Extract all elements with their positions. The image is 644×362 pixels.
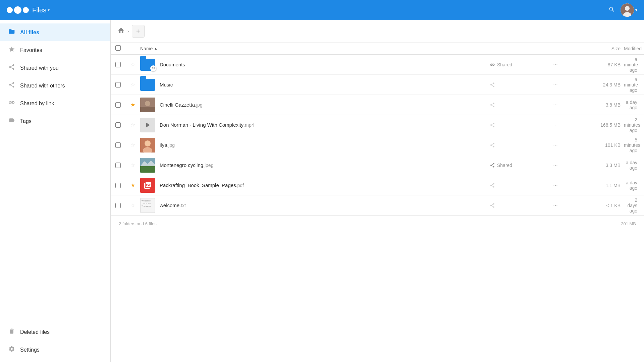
row-checkbox[interactable] xyxy=(115,142,121,148)
table-row[interactable]: ☆ Music ··· 24.3 MB a minute ago xyxy=(111,75,644,95)
row-star[interactable]: ☆ xyxy=(125,81,140,88)
table-row[interactable]: ☆ ilya.jpg ··· 101 KB 5 minutes ago xyxy=(111,135,644,155)
total-size-label: 201 MB xyxy=(621,221,636,226)
sidebar-item-tags[interactable]: Tags xyxy=(0,112,110,130)
more-actions-button[interactable]: ··· xyxy=(550,59,561,70)
table-row[interactable]: ☆ Documents Shared xyxy=(111,55,644,75)
svg-rect-10 xyxy=(140,166,155,173)
sidebar-item-shared-with-others[interactable]: Shared with others xyxy=(0,77,110,95)
file-name: Packrafting_Book_Sample_Pages.pdf xyxy=(160,182,244,188)
file-size: 1.1 MB xyxy=(577,183,624,188)
row-checkbox[interactable] xyxy=(115,82,121,87)
file-shared-status xyxy=(490,142,550,148)
row-star[interactable]: ☆ xyxy=(125,202,140,208)
table-row[interactable]: ★ Packrafting_Book_Sample_Pages.pdf ··· … xyxy=(111,175,644,195)
file-thumbnail xyxy=(140,57,155,72)
avatar xyxy=(621,3,634,17)
row-star[interactable]: ☆ xyxy=(125,61,140,68)
sidebar-item-favorites-label: Favorites xyxy=(20,47,42,53)
select-all-checkbox[interactable] xyxy=(115,45,121,51)
tag-icon xyxy=(8,117,15,125)
more-actions-button[interactable]: ··· xyxy=(550,79,561,90)
file-modified: a day ago xyxy=(624,100,644,110)
sidebar: All files Favorites Shared with you Shar… xyxy=(0,20,111,362)
file-modified: 2 minutes ago xyxy=(624,117,644,133)
sidebar-item-shared-with-you[interactable]: Shared with you xyxy=(0,59,110,77)
file-size: 3.3 MB xyxy=(577,163,624,168)
file-size: 101 KB xyxy=(577,142,624,148)
main-layout: All files Favorites Shared with you Shar… xyxy=(0,20,644,362)
more-actions-button[interactable]: ··· xyxy=(550,100,561,110)
row-star[interactable]: ☆ xyxy=(125,122,140,128)
row-checkbox-col xyxy=(111,142,125,148)
more-actions-button[interactable]: ··· xyxy=(550,180,561,191)
file-shared-status xyxy=(490,122,550,128)
home-breadcrumb[interactable] xyxy=(117,27,125,36)
topnav-right: ▾ xyxy=(608,3,637,17)
file-actions: ··· xyxy=(550,100,577,110)
sidebar-item-settings[interactable]: Settings xyxy=(0,341,110,359)
breadcrumb-chevron-icon: › xyxy=(127,28,129,34)
trash-icon xyxy=(8,328,15,336)
row-star[interactable]: ☆ xyxy=(125,162,140,168)
file-list: Name ▲ Size Modified ☆ xyxy=(111,43,644,362)
file-modified: a day ago xyxy=(624,160,644,171)
header-name-label: Name xyxy=(140,46,153,51)
shared-with-you-icon xyxy=(8,64,15,72)
table-row[interactable]: ☆ Montenegro cycling.jpeg Shared ··· 3.3… xyxy=(111,155,644,175)
add-new-button[interactable]: + xyxy=(132,25,145,38)
more-actions-button[interactable]: ··· xyxy=(550,160,561,171)
file-modified: a day ago xyxy=(624,180,644,191)
file-actions: ··· xyxy=(550,180,577,191)
row-star[interactable]: ★ xyxy=(125,182,140,188)
row-checkbox[interactable] xyxy=(115,163,121,168)
file-modified: a minute ago xyxy=(624,77,644,93)
shared-with-others-icon xyxy=(8,81,15,90)
row-checkbox[interactable] xyxy=(115,62,121,67)
app-name[interactable]: Files ▾ xyxy=(32,6,50,14)
search-button[interactable] xyxy=(608,6,615,14)
main-content: › + Name ▲ Size Modified xyxy=(111,20,644,362)
sidebar-item-favorites[interactable]: Favorites xyxy=(0,41,110,59)
file-thumbnail: Welcome tThis is justThe packa xyxy=(140,198,155,213)
more-actions-button[interactable]: ··· xyxy=(550,140,561,150)
link-icon xyxy=(8,99,15,108)
row-star[interactable]: ☆ xyxy=(125,142,140,148)
user-avatar-button[interactable]: ▾ xyxy=(621,3,637,17)
row-checkbox-col xyxy=(111,163,125,168)
sidebar-item-deleted-files[interactable]: Deleted files xyxy=(0,323,110,341)
app-logo[interactable]: Files ▾ xyxy=(7,6,50,14)
file-name-cell: ilya.jpg xyxy=(140,138,490,153)
gear-icon xyxy=(8,346,15,354)
sort-arrow-icon: ▲ xyxy=(154,47,157,50)
table-row[interactable]: ☆ Welcome tThis is justThe packa welcome… xyxy=(111,195,644,216)
file-actions: ··· xyxy=(550,59,577,70)
row-checkbox[interactable] xyxy=(115,203,121,208)
top-navigation: Files ▾ ▾ xyxy=(0,0,644,20)
file-actions: ··· xyxy=(550,140,577,150)
file-size: 168.5 MB xyxy=(577,122,624,128)
more-actions-button[interactable]: ··· xyxy=(550,120,561,130)
row-checkbox[interactable] xyxy=(115,102,121,108)
row-checkbox[interactable] xyxy=(115,183,121,188)
logo-circle-large xyxy=(14,6,21,14)
file-name-cell: Documents xyxy=(140,57,490,72)
file-shared-status xyxy=(490,102,550,108)
table-row[interactable]: ★ Cinelli Gazzetta.jpg ··· 3.8 MB a day … xyxy=(111,95,644,115)
file-modified: 2 days ago xyxy=(624,197,644,214)
row-star[interactable]: ★ xyxy=(125,102,140,108)
file-thumbnail xyxy=(140,118,155,132)
header-checkbox-col xyxy=(111,45,125,52)
header-modified-col: Modified xyxy=(624,46,644,51)
table-row[interactable]: ☆ Don Norman - Living With Complexity.mp… xyxy=(111,115,644,135)
row-checkbox[interactable] xyxy=(115,122,121,128)
svg-point-7 xyxy=(145,140,151,146)
app-name-chevron-icon: ▾ xyxy=(48,8,50,12)
more-actions-button[interactable]: ··· xyxy=(550,200,561,211)
file-size: 87 KB xyxy=(577,62,624,67)
sidebar-item-shared-by-link[interactable]: Shared by link xyxy=(0,95,110,112)
header-name-col[interactable]: Name ▲ xyxy=(140,46,490,51)
sidebar-item-all-files[interactable]: All files xyxy=(0,23,110,41)
logo-circle-small-2 xyxy=(23,7,29,13)
file-shared-status: Shared xyxy=(490,62,550,67)
